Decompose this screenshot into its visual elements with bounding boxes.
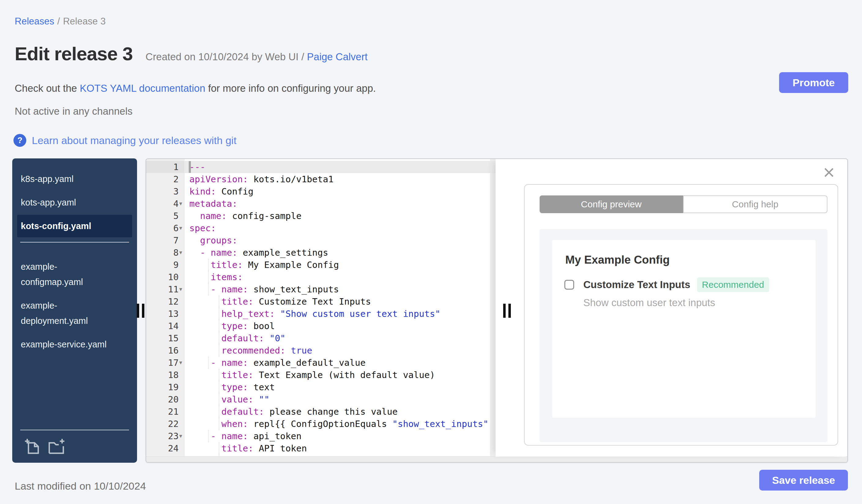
- handle-bar: [503, 304, 506, 318]
- gutter-line-23: 23▾: [146, 430, 179, 442]
- docs-line: Check out the KOTS YAML documentation fo…: [15, 82, 376, 94]
- horizontal-scrollbar[interactable]: [146, 456, 847, 462]
- gutter-line-14: 14: [146, 320, 179, 332]
- gutter-line-7: 7: [146, 234, 179, 247]
- promote-button[interactable]: Promote: [779, 72, 848, 93]
- code-line-23[interactable]: - name: api_token: [184, 430, 496, 442]
- created-text: Created on 10/10/2024 by Web UI /: [146, 51, 304, 62]
- code-line-5[interactable]: name: config-sample: [184, 210, 496, 222]
- pane-resize-handle-left[interactable]: [137, 304, 144, 318]
- kots-yaml-docs-link[interactable]: KOTS YAML documentation: [80, 82, 205, 94]
- breadcrumb: Releases/Release 3: [15, 16, 106, 27]
- gutter-line-10: 10: [146, 271, 179, 283]
- preview-body: My Example Config Customize Text Inputs …: [539, 229, 827, 442]
- file-item-example-deployment-yaml[interactable]: example- deployment.yaml: [12, 298, 137, 329]
- gutter-line-3: 3: [146, 185, 179, 198]
- gutter-line-21: 21: [146, 406, 179, 418]
- code-line-8[interactable]: - name: example_settings: [184, 247, 496, 259]
- pane-resize-handle-right[interactable]: [503, 304, 511, 318]
- file-item-k8s-app-yaml[interactable]: k8s-app.yaml: [12, 171, 137, 187]
- breadcrumb-separator: /: [57, 16, 60, 27]
- customize-text-inputs-checkbox[interactable]: [564, 280, 574, 290]
- footer-divider: [20, 430, 129, 430]
- code-line-14[interactable]: type: bool: [184, 320, 496, 332]
- code-line-15[interactable]: default: "0": [184, 332, 496, 344]
- code-line-12[interactable]: title: Customize Text Inputs: [184, 295, 496, 308]
- recommended-badge: Recommended: [697, 277, 769, 292]
- gutter-line-9: 9: [146, 259, 179, 271]
- tab-config-help[interactable]: Config help: [683, 196, 828, 213]
- config-card: Config preview Config help My Example Co…: [524, 184, 838, 446]
- git-releases-link[interactable]: Learn about managing your releases with …: [32, 135, 236, 146]
- code-line-7[interactable]: groups:: [184, 234, 496, 247]
- file-tree-sidebar: k8s-app.yamlkots-app.yamlkots-config.yam…: [12, 158, 137, 463]
- gutter-line-6: 6▾: [146, 222, 179, 234]
- code-line-19[interactable]: type: text: [184, 381, 496, 393]
- close-icon[interactable]: [823, 167, 835, 178]
- gutter-line-5: 5: [146, 210, 179, 222]
- code-line-10[interactable]: items:: [184, 271, 496, 283]
- edit-release-page: Releases/Release 3 Edit release 3 Create…: [0, 0, 862, 504]
- gutter-line-13: 13: [146, 308, 179, 320]
- code-line-3[interactable]: kind: Config: [184, 185, 496, 198]
- config-preview-panel: Config preview Config help My Example Co…: [496, 159, 847, 456]
- yaml-editor: 1234▾56▾78▾91011▾121314151617▾1819202122…: [146, 158, 848, 463]
- code-line-6[interactable]: spec:: [184, 222, 496, 234]
- git-help-row: ? Learn about managing your releases wit…: [13, 134, 236, 147]
- created-meta: Created on 10/10/2024 by Web UI / Paige …: [146, 51, 368, 63]
- file-list-divider: [20, 242, 129, 242]
- gutter-line-17: 17▾: [146, 357, 179, 369]
- file-item-kots-app-yaml[interactable]: kots-app.yaml: [12, 195, 137, 210]
- code-line-11[interactable]: - name: show_text_inputs: [184, 283, 496, 295]
- file-item-example-configmap-yaml[interactable]: example- configmap.yaml: [12, 259, 137, 290]
- code-line-18[interactable]: title: Text Example (with default value): [184, 369, 496, 381]
- breadcrumb-releases-link[interactable]: Releases: [15, 16, 54, 27]
- code-line-4[interactable]: metadata:: [184, 198, 496, 210]
- code-line-21[interactable]: default: please change this value: [184, 406, 496, 418]
- config-item-row: Customize Text Inputs Recommended: [564, 277, 769, 292]
- gutter-line-24: 24: [146, 442, 179, 454]
- gutter-line-2: 2: [146, 173, 179, 185]
- gutter-line-11: 11▾: [146, 283, 179, 295]
- docs-text-before: Check out the: [15, 82, 80, 94]
- channel-status: Not active in any channels: [15, 106, 132, 117]
- file-item-example-service-yaml[interactable]: example-service.yaml: [12, 337, 137, 352]
- gutter-line-22: 22: [146, 418, 179, 430]
- code-line-9[interactable]: title: My Example Config: [184, 259, 496, 271]
- handle-bar: [142, 304, 144, 318]
- author-link[interactable]: Paige Calvert: [307, 51, 368, 62]
- handle-bar: [137, 304, 139, 318]
- page-title: Edit release 3: [15, 43, 133, 65]
- gutter-line-1: 1: [146, 161, 184, 173]
- code-line-22[interactable]: when: repl{{ ConfigOptionEquals "show_te…: [184, 418, 496, 430]
- code-line-17[interactable]: - name: example_default_value: [184, 357, 496, 369]
- editor-gutter: 1234▾56▾78▾91011▾121314151617▾1819202122…: [146, 159, 184, 456]
- code-area[interactable]: ---apiVersion: kots.io/v1beta1kind: Conf…: [184, 159, 496, 456]
- gutter-line-15: 15: [146, 332, 179, 344]
- new-file-icon[interactable]: [25, 438, 40, 455]
- gutter-line-16: 16: [146, 344, 179, 357]
- gutter-line-20: 20: [146, 393, 179, 406]
- gutter-line-18: 18: [146, 369, 179, 381]
- file-list: k8s-app.yamlkots-app.yamlkots-config.yam…: [12, 171, 137, 352]
- code-line-2[interactable]: apiVersion: kots.io/v1beta1: [184, 173, 496, 185]
- handle-bar: [508, 304, 511, 318]
- gutter-line-8: 8▾: [146, 247, 179, 259]
- code-line-1[interactable]: ---: [184, 161, 496, 173]
- code-line-16[interactable]: recommended: true: [184, 344, 496, 357]
- config-form-card: My Example Config Customize Text Inputs …: [552, 240, 815, 418]
- file-item-kots-config-yaml[interactable]: kots-config.yaml: [17, 215, 132, 237]
- tab-config-preview[interactable]: Config preview: [539, 196, 683, 213]
- breadcrumb-current: Release 3: [63, 16, 106, 27]
- file-tree-footer: [12, 430, 137, 455]
- preview-tabbar: Config preview Config help: [539, 196, 827, 213]
- config-group-title: My Example Config: [565, 253, 670, 266]
- text-cursor: [189, 161, 191, 173]
- code-line-13[interactable]: help_text: "Show custom user text inputs…: [184, 308, 496, 320]
- gutter-line-4: 4▾: [146, 198, 179, 210]
- gutter-line-12: 12: [146, 295, 179, 308]
- code-line-20[interactable]: value: "": [184, 393, 496, 406]
- save-release-button[interactable]: Save release: [759, 470, 848, 491]
- new-folder-icon[interactable]: [48, 438, 65, 455]
- code-line-24[interactable]: title: API token: [184, 442, 496, 454]
